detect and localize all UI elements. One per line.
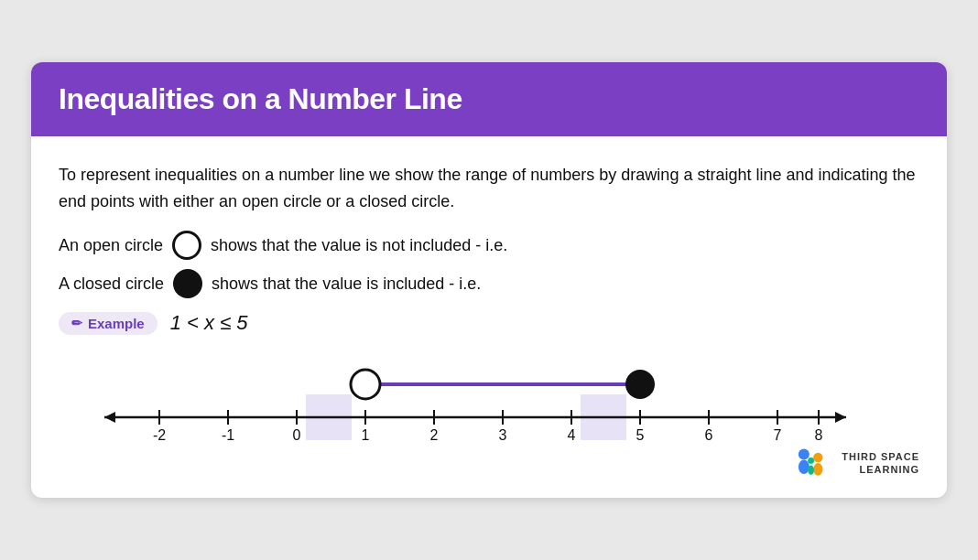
example-math: 1 < x ≤ 5 [170,311,248,335]
pencil-icon: ✏ [71,316,82,330]
label-3: 3 [499,427,507,443]
logo-line2: LEARNING [842,463,919,476]
number-line-container: -2 -1 0 1 2 3 4 5 [59,344,919,445]
card: Inequalities on a Number Line To represe… [31,62,947,499]
svg-point-2 [813,453,822,462]
open-circle-icon [172,231,201,260]
label--2: -2 [153,427,166,443]
label-1: 1 [362,427,370,443]
svg-point-5 [808,466,814,475]
label-4: 4 [568,427,576,443]
example-badge-label: Example [88,316,145,331]
intro-text: To represent inequalities on a number li… [59,162,919,215]
label-8: 8 [815,427,823,443]
example-row: ✏ Example 1 < x ≤ 5 [59,311,919,335]
tsl-logo-icon [794,447,834,479]
svg-point-1 [799,460,810,474]
page-title: Inequalities on a Number Line [59,82,919,116]
card-body: To represent inequalities on a number li… [31,136,947,499]
label-7: 7 [774,427,782,443]
closed-circle-prefix: A closed circle [59,275,164,294]
svg-point-0 [799,449,810,460]
label-6: 6 [705,427,713,443]
card-header: Inequalities on a Number Line [31,62,947,136]
svg-point-4 [808,458,814,464]
closed-circle-point [625,370,655,399]
svg-point-3 [813,463,822,476]
example-badge: ✏ Example [59,312,158,335]
closed-circle-row: A closed circle shows that the value is … [59,269,919,298]
open-circle-suffix: shows that the value is not included - i… [211,236,507,255]
closed-circle-suffix: shows that the value is included - i.e. [212,275,481,294]
open-circle-point [351,370,380,399]
label-0: 0 [293,427,301,443]
logo-line1: THIRD SPACE [842,450,919,463]
label-2: 2 [430,427,439,443]
arrow-left [104,412,115,423]
logo-area: THIRD SPACE LEARNING [59,447,919,479]
label-5: 5 [636,427,645,443]
number-line-svg: -2 -1 0 1 2 3 4 5 [59,344,919,445]
open-circle-row: An open circle shows that the value is n… [59,231,919,260]
arrow-right [835,412,846,423]
logo-text: THIRD SPACE LEARNING [842,450,919,477]
label--1: -1 [222,427,234,443]
open-circle-prefix: An open circle [59,236,163,255]
closed-circle-icon [173,269,202,298]
